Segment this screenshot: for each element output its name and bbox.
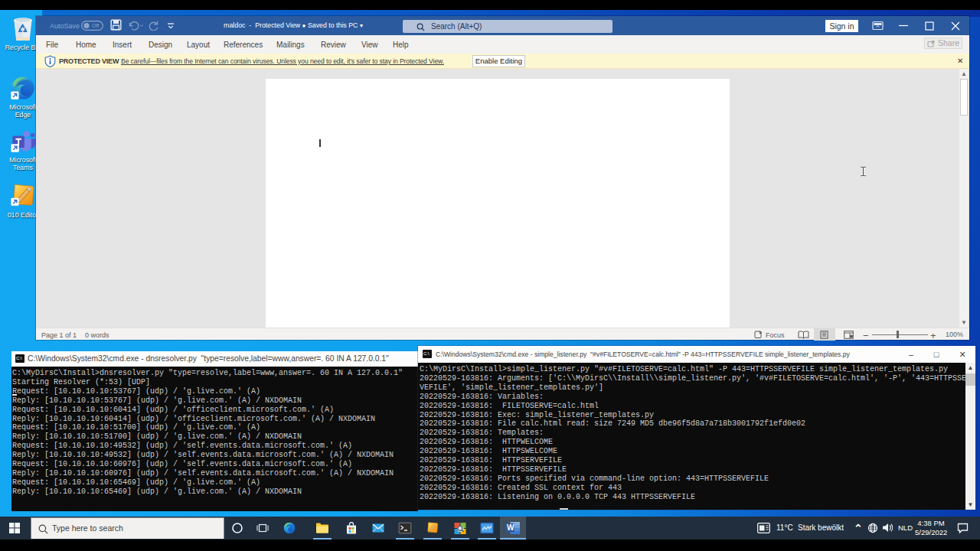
svg-text:Off: Off [92, 23, 99, 28]
svg-text:W: W [507, 523, 514, 532]
